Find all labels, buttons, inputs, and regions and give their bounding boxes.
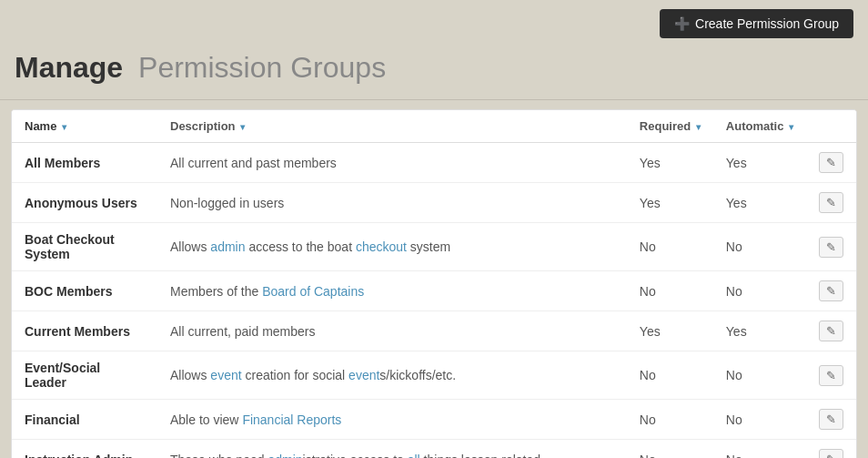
- cell-automatic: Yes: [713, 311, 806, 351]
- cell-automatic: No: [713, 400, 806, 440]
- description-link[interactable]: admin: [210, 239, 245, 254]
- cell-automatic: No: [713, 223, 806, 271]
- sort-arrow-name: ▾: [62, 122, 66, 132]
- description-link[interactable]: checkout: [356, 239, 407, 254]
- plus-circle-icon: ➕: [674, 16, 690, 31]
- description-link[interactable]: event: [348, 368, 379, 382]
- cell-required: No: [627, 400, 713, 440]
- page-header: Manage Permission Groups: [0, 47, 868, 99]
- table-row: Current MembersAll current, paid members…: [12, 311, 856, 351]
- col-header-automatic[interactable]: Automatic ▾: [713, 110, 806, 143]
- cell-description: Allows admin access to the boat checkout…: [157, 223, 627, 271]
- cell-description: Members of the Board of Captains: [157, 271, 627, 311]
- content-area: Name ▾ Description ▾ Required ▾ Automati…: [11, 109, 857, 458]
- description-link[interactable]: event: [210, 368, 241, 382]
- cell-description: Non-logged in users: [157, 183, 627, 223]
- create-permission-group-button[interactable]: ➕ Create Permission Group: [660, 9, 853, 38]
- cell-name: Anonymous Users: [12, 183, 157, 223]
- edit-button[interactable]: ✎: [819, 365, 843, 386]
- top-bar: ➕ Create Permission Group: [0, 0, 868, 47]
- description-link[interactable]: admin: [267, 453, 302, 459]
- sort-arrow-required: ▾: [696, 122, 701, 132]
- col-header-name[interactable]: Name ▾: [12, 110, 157, 143]
- cell-description: Able to view Financial Reports: [157, 400, 627, 440]
- table-row: All MembersAll current and past membersY…: [12, 143, 856, 183]
- cell-name: All Members: [12, 143, 157, 183]
- edit-button[interactable]: ✎: [819, 152, 843, 173]
- cell-automatic: Yes: [713, 183, 806, 223]
- cell-required: No: [627, 351, 713, 400]
- table-row: FinancialAble to view Financial ReportsN…: [12, 400, 856, 440]
- table-row: Event/Social LeaderAllows event creation…: [12, 351, 856, 400]
- description-link[interactable]: all: [408, 453, 420, 459]
- edit-button[interactable]: ✎: [819, 280, 843, 301]
- col-header-required[interactable]: Required ▾: [627, 110, 713, 143]
- cell-name: Boat Checkout System: [12, 223, 157, 271]
- edit-button[interactable]: ✎: [819, 449, 843, 458]
- cell-action: ✎: [806, 311, 856, 351]
- cell-required: No: [627, 271, 713, 311]
- cell-description: All current, paid members: [157, 311, 627, 351]
- cell-action: ✎: [806, 143, 856, 183]
- cell-name: Instruction Admin: [12, 440, 157, 459]
- cell-name: BOC Members: [12, 271, 157, 311]
- cell-description: All current and past members: [157, 143, 627, 183]
- cell-automatic: No: [713, 440, 806, 459]
- cell-required: Yes: [627, 143, 713, 183]
- page-title-sub: Permission Groups: [138, 51, 386, 84]
- cell-action: ✎: [806, 440, 856, 459]
- edit-button[interactable]: ✎: [819, 321, 843, 341]
- table-row: Boat Checkout SystemAllows admin access …: [12, 223, 856, 271]
- description-link[interactable]: Financial Reports: [242, 412, 341, 427]
- cell-description: Allows event creation for social events/…: [157, 351, 627, 400]
- cell-automatic: No: [713, 351, 806, 400]
- table-header: Name ▾ Description ▾ Required ▾ Automati…: [12, 110, 856, 143]
- cell-required: No: [627, 223, 713, 271]
- cell-action: ✎: [806, 400, 856, 440]
- create-btn-label: Create Permission Group: [695, 16, 839, 31]
- cell-automatic: No: [713, 271, 806, 311]
- cell-action: ✎: [806, 183, 856, 223]
- header-divider: [0, 99, 868, 100]
- edit-button[interactable]: ✎: [819, 192, 843, 213]
- page-title-main: Manage: [15, 51, 123, 84]
- cell-name: Current Members: [12, 311, 157, 351]
- col-header-action: [806, 110, 856, 143]
- permission-groups-table: Name ▾ Description ▾ Required ▾ Automati…: [12, 110, 856, 458]
- edit-button[interactable]: ✎: [819, 409, 843, 430]
- description-link[interactable]: Board of Captains: [262, 284, 364, 299]
- cell-description: Those who need administrative access to …: [157, 440, 627, 459]
- table-row: BOC MembersMembers of the Board of Capta…: [12, 271, 856, 311]
- cell-name: Event/Social Leader: [12, 351, 157, 400]
- cell-name: Financial: [12, 400, 157, 440]
- page-title: Manage Permission Groups: [15, 51, 853, 85]
- cell-action: ✎: [806, 223, 856, 271]
- cell-automatic: Yes: [713, 143, 806, 183]
- cell-action: ✎: [806, 271, 856, 311]
- col-header-description[interactable]: Description ▾: [157, 110, 627, 143]
- cell-required: Yes: [627, 183, 713, 223]
- cell-required: No: [627, 440, 713, 459]
- edit-button[interactable]: ✎: [819, 237, 843, 258]
- cell-required: Yes: [627, 311, 713, 351]
- table-row: Instruction AdminThose who need administ…: [12, 440, 856, 459]
- table-row: Anonymous UsersNon-logged in usersYesYes…: [12, 183, 856, 223]
- sort-arrow-description: ▾: [240, 122, 245, 132]
- table-body: All MembersAll current and past membersY…: [12, 143, 856, 459]
- cell-action: ✎: [806, 351, 856, 400]
- sort-arrow-automatic: ▾: [789, 122, 793, 132]
